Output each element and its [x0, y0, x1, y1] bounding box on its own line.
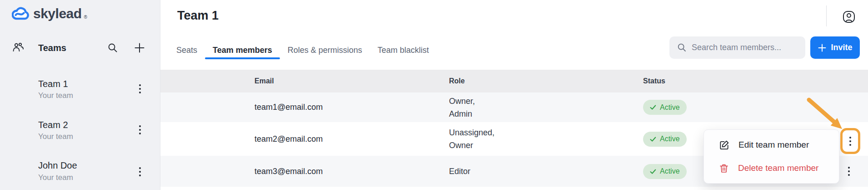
- table-row: team1@email.com Owner,Admin Active: [160, 92, 868, 122]
- member-email: team2@email.com: [254, 134, 323, 144]
- team-subtitle: Your team: [38, 173, 73, 182]
- highlighted-row-kebab-button[interactable]: [840, 128, 860, 154]
- column-header-role: Role: [449, 77, 465, 85]
- account-button[interactable]: [839, 7, 859, 27]
- check-icon: [650, 104, 656, 110]
- team-subtitle: Your team: [38, 91, 73, 100]
- search-members-input[interactable]: [692, 43, 796, 52]
- sidebar: skylead ® Teams Team 1 Your team Team 2 …: [0, 0, 160, 190]
- check-icon: [650, 169, 656, 175]
- team-name[interactable]: Team 1: [38, 78, 68, 89]
- team1-kebab-menu-icon[interactable]: [135, 81, 145, 97]
- tab-team-blacklist[interactable]: Team blacklist: [370, 41, 437, 59]
- trash-icon: [719, 163, 729, 174]
- member-role: Editor: [449, 165, 470, 178]
- user-avatar-icon: [843, 10, 855, 23]
- row-actions-kebab-icon[interactable]: [844, 163, 853, 180]
- team-name[interactable]: Team 2: [38, 119, 68, 130]
- app-window: skylead ® Teams Team 1 Your team Team 2 …: [0, 0, 868, 190]
- search-icon: [677, 43, 687, 52]
- column-header-status: Status: [643, 77, 665, 85]
- page-title: Team 1: [177, 7, 219, 24]
- brand-name: skylead: [33, 6, 82, 21]
- plus-icon: [818, 43, 827, 52]
- team-subtitle: Your team: [38, 132, 73, 141]
- tab-bar: Seats Team members Roles & permissions T…: [169, 41, 437, 59]
- delete-team-member-item[interactable]: Delete team member: [704, 158, 839, 179]
- team2-kebab-menu-icon[interactable]: [135, 122, 145, 138]
- teams-group-icon: [11, 41, 25, 55]
- john-doe-kebab-menu-icon[interactable]: [135, 164, 145, 180]
- edit-icon: [719, 140, 729, 150]
- status-badge: Active: [643, 100, 687, 115]
- status-badge: Active: [643, 132, 687, 147]
- team-name[interactable]: John Doe: [38, 160, 77, 171]
- member-email: team1@email.com: [254, 103, 323, 112]
- member-email: team3@email.com: [254, 167, 323, 176]
- check-icon: [650, 136, 656, 142]
- search-teams-icon[interactable]: [107, 42, 118, 53]
- invite-button-label: Invite: [831, 43, 852, 52]
- member-role: Unassigned,Owner: [449, 126, 494, 152]
- search-members-box[interactable]: [669, 36, 805, 59]
- brand-logo: skylead ®: [12, 6, 87, 21]
- kebab-menu-icon: [846, 133, 855, 149]
- header-divider: [826, 5, 827, 26]
- tab-roles-permissions[interactable]: Roles & permissions: [280, 41, 370, 59]
- add-team-icon[interactable]: [134, 42, 145, 54]
- row-context-menu: Edit team member Delete team member: [703, 129, 839, 184]
- column-header-email: Email: [254, 77, 274, 85]
- sidebar-title: Teams: [38, 42, 66, 53]
- status-badge: Active: [643, 164, 687, 179]
- cloud-logo-icon: [12, 6, 30, 21]
- edit-team-member-item[interactable]: Edit team member: [704, 135, 839, 155]
- tab-seats[interactable]: Seats: [169, 41, 205, 59]
- table-header: Email Role Status: [160, 70, 868, 92]
- invite-button[interactable]: Invite: [810, 36, 860, 59]
- registered-mark: ®: [84, 15, 87, 20]
- member-role: Owner,Admin: [449, 95, 475, 120]
- tab-team-members[interactable]: Team members: [205, 41, 280, 59]
